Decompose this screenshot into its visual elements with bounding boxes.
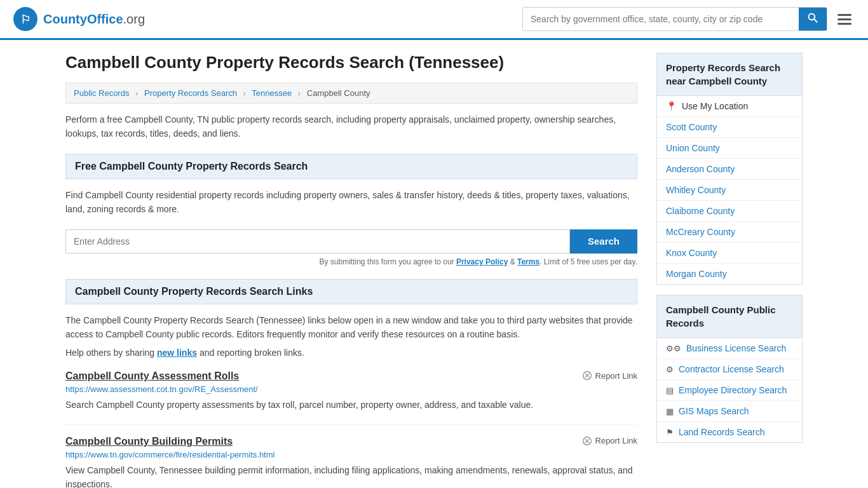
form-note: By submitting this form you agree to our… <box>65 257 637 266</box>
gis-maps-link[interactable]: ▦ GIS Maps Search <box>657 401 802 421</box>
sidebar-item[interactable]: Whitley County <box>657 180 802 201</box>
link-item-title[interactable]: Campbell County Building Permits <box>65 436 233 447</box>
hamburger-menu-button[interactable] <box>834 10 855 29</box>
sidebar-nearby-list: 📍 Use My Location Scott County Union Cou… <box>656 96 803 285</box>
logo-icon: ⚐ <box>13 6 38 32</box>
hamburger-line <box>837 23 851 25</box>
sidebar-public-records-item[interactable]: ⚙ Contractor License Search <box>657 359 802 380</box>
free-search-description: Find Campbell County residential propert… <box>65 188 637 217</box>
sidebar-nearby-title: Property Records Search near Campbell Co… <box>666 61 793 88</box>
links-description: The Campbell County Property Records Sea… <box>65 313 637 342</box>
sidebar: Property Records Search near Campbell Co… <box>656 53 803 488</box>
morgan-county-link[interactable]: Morgan County <box>657 264 802 284</box>
breadcrumb-property-records-search[interactable]: Property Records Search <box>144 88 237 98</box>
terms-link[interactable]: Terms <box>517 257 539 266</box>
new-links-link[interactable]: new links <box>157 348 197 358</box>
link-url[interactable]: https://www.assessment.cot.tn.gov/RE_Ass… <box>65 384 637 394</box>
link-description: Search Campbell County property assessme… <box>65 398 637 412</box>
page-title: Campbell County Property Records Search … <box>65 53 637 72</box>
sidebar-item[interactable]: Morgan County <box>657 264 802 284</box>
free-search-section-header: Free Campbell County Property Records Se… <box>65 154 637 179</box>
share-note: Help others by sharing new links and rep… <box>65 348 637 358</box>
breadcrumb: Public Records › Property Records Search… <box>65 83 637 104</box>
mccreary-county-link[interactable]: McCreary County <box>657 222 802 242</box>
links-section-header: Campbell County Property Records Search … <box>65 279 637 304</box>
link-url[interactable]: https://www.tn.gov/commerce/fire/residen… <box>65 450 637 459</box>
svg-point-2 <box>809 14 815 20</box>
map-icon: ▦ <box>666 407 674 416</box>
link-item: Campbell County Building Permits Report … <box>65 436 637 488</box>
link-item-header: Campbell County Assessment Rolls Report … <box>65 370 637 382</box>
content-area: Campbell County Property Records Search … <box>65 53 637 488</box>
sidebar-public-records-item[interactable]: ▦ GIS Maps Search <box>657 401 802 422</box>
gear-icon: ⚙ <box>666 365 674 374</box>
sidebar-use-location[interactable]: 📍 Use My Location <box>657 96 802 117</box>
sidebar-public-records-header: Campbell County Public Records <box>656 295 803 338</box>
address-search-button[interactable]: Search <box>570 229 637 254</box>
report-link-button[interactable]: Report Link <box>582 436 637 446</box>
land-records-link[interactable]: ⚑ Land Records Search <box>657 422 802 442</box>
use-location-link[interactable]: 📍 Use My Location <box>657 96 802 116</box>
search-icon <box>808 13 818 23</box>
breadcrumb-sep: › <box>298 88 301 98</box>
sidebar-public-records-item[interactable]: ⚑ Land Records Search <box>657 422 802 442</box>
sidebar-item[interactable]: Knox County <box>657 243 802 264</box>
location-pin-icon: 📍 <box>666 101 677 111</box>
flag-icon: ⚑ <box>666 428 674 437</box>
global-search-bar <box>522 7 827 31</box>
address-input-row: Search <box>65 229 637 254</box>
report-link-button[interactable]: Report Link <box>582 370 637 381</box>
sidebar-item[interactable]: Anderson County <box>657 159 802 180</box>
business-license-link[interactable]: ⚙⚙ Business License Search <box>657 338 802 358</box>
breadcrumb-campbell-county: Campbell County <box>307 88 370 98</box>
breadcrumb-sep: › <box>243 88 246 98</box>
sidebar-public-records-title: Campbell County Public Records <box>666 303 793 330</box>
page-header: ⚐ CountyOffice.org <box>0 0 868 40</box>
link-description: View Campbell County, Tennessee building… <box>65 463 637 488</box>
sidebar-public-records-item[interactable]: ⚙⚙ Business License Search <box>657 338 802 359</box>
report-link-icon <box>582 436 592 446</box>
sidebar-item[interactable]: Union County <box>657 138 802 159</box>
breadcrumb-sep: › <box>135 88 138 98</box>
page-description: Perform a free Campbell County, TN publi… <box>65 112 637 141</box>
header-right <box>522 7 855 31</box>
list-icon: ▤ <box>666 386 674 395</box>
breadcrumb-tennessee[interactable]: Tennessee <box>252 88 292 98</box>
address-search-area: Search By submitting this form you agree… <box>65 229 637 266</box>
hamburger-line <box>837 14 851 16</box>
logo-area: ⚐ CountyOffice.org <box>13 6 145 32</box>
privacy-policy-link[interactable]: Privacy Policy <box>456 257 508 266</box>
link-item-title[interactable]: Campbell County Assessment Rolls <box>65 370 239 382</box>
whitley-county-link[interactable]: Whitley County <box>657 180 802 200</box>
sidebar-item[interactable]: Claiborne County <box>657 201 802 222</box>
logo-text: CountyOffice.org <box>43 12 145 27</box>
sidebar-public-records-item[interactable]: ▤ Employee Directory Search <box>657 380 802 401</box>
gear-icon: ⚙⚙ <box>666 344 681 353</box>
contractor-license-link[interactable]: ⚙ Contractor License Search <box>657 359 802 379</box>
svg-text:⚐: ⚐ <box>20 13 31 26</box>
global-search-input[interactable] <box>523 9 799 29</box>
breadcrumb-public-records[interactable]: Public Records <box>74 88 129 98</box>
global-search-button[interactable] <box>799 8 827 30</box>
report-link-icon <box>582 370 592 381</box>
sidebar-item[interactable]: Scott County <box>657 117 802 138</box>
address-input[interactable] <box>65 229 570 254</box>
sidebar-nearby-header: Property Records Search near Campbell Co… <box>656 53 803 96</box>
hamburger-line <box>837 18 851 20</box>
svg-line-3 <box>814 19 817 22</box>
employee-directory-link[interactable]: ▤ Employee Directory Search <box>657 380 802 400</box>
link-item-header: Campbell County Building Permits Report … <box>65 436 637 447</box>
sidebar-public-records-list: ⚙⚙ Business License Search ⚙ Contractor … <box>656 338 803 443</box>
scott-county-link[interactable]: Scott County <box>657 117 802 137</box>
links-section: Campbell County Property Records Search … <box>65 279 637 488</box>
link-item: Campbell County Assessment Rolls Report … <box>65 370 637 424</box>
union-county-link[interactable]: Union County <box>657 138 802 158</box>
main-container: Campbell County Property Records Search … <box>53 40 815 488</box>
knox-county-link[interactable]: Knox County <box>657 243 802 263</box>
claiborne-county-link[interactable]: Claiborne County <box>657 201 802 221</box>
anderson-county-link[interactable]: Anderson County <box>657 159 802 179</box>
sidebar-item[interactable]: McCreary County <box>657 222 802 243</box>
